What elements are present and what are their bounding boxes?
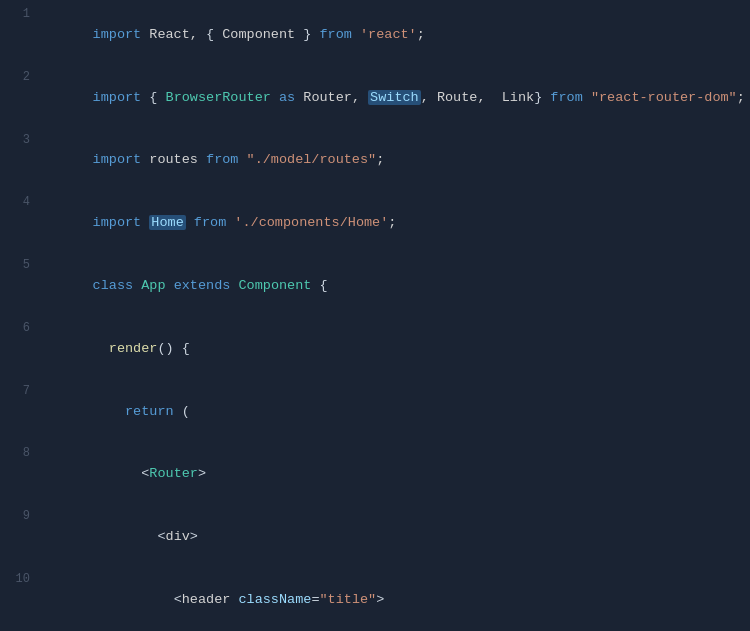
- code-line-3: 3 import routes from "./model/routes";: [0, 130, 750, 193]
- code-line-7: 7 return (: [0, 381, 750, 444]
- code-line-4: 4 import Home from './components/Home';: [0, 192, 750, 255]
- code-line-1: 1 import React, { Component } from 'reac…: [0, 4, 750, 67]
- code-line-8: 8 <Router>: [0, 443, 750, 506]
- code-line-9: 9 <div>: [0, 506, 750, 569]
- code-line-10: 10 <header className="title">: [0, 569, 750, 631]
- code-editor: 1 import React, { Component } from 'reac…: [0, 0, 750, 631]
- code-line-2: 2 import { BrowserRouter as Router, Swit…: [0, 67, 750, 130]
- code-line-5: 5 class App extends Component {: [0, 255, 750, 318]
- code-line-6: 6 render() {: [0, 318, 750, 381]
